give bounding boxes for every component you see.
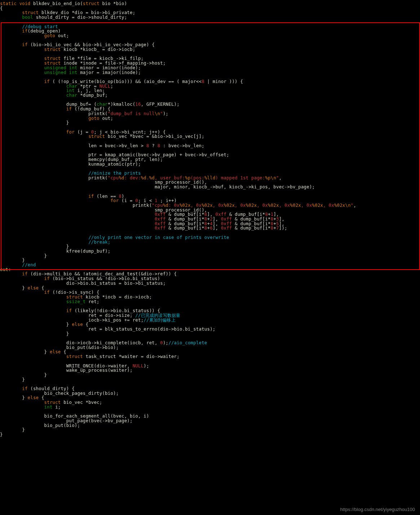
source-code-block: static void blkdev_bio_end_io(struct bio…: [0, 0, 420, 437]
code-line: }: [0, 373, 420, 377]
code-line: }: [0, 121, 420, 125]
code-line: char *dump_buf;: [0, 93, 420, 98]
code-line: }: [0, 377, 420, 382]
watermark-text: https://blog.csdn.net/yiyeguzhou100: [340, 507, 415, 512]
code-line: }: [0, 254, 420, 258]
code-line: int i;: [0, 405, 420, 410]
code-line: //end: [0, 263, 420, 267]
code-line: unsigned int major = imajor(inode);: [0, 70, 420, 75]
code-line: }: [0, 428, 420, 432]
code-line: bio_check_pages_dirty(bio);: [0, 391, 420, 396]
code-line: bool should_dirty = dio->should_dirty;: [0, 15, 420, 20]
code-line: [0, 20, 420, 25]
code-line: ssize_t ret;: [0, 300, 420, 304]
code-line: wake_up_process(waiter);: [0, 368, 420, 373]
code-line: len = bvec->bv_len > 8 ? 8 : bvec->bv_le…: [0, 144, 420, 148]
code-line: }: [0, 258, 420, 263]
code-line: major, minor, kiocb_->buf, kiocb_->ki_po…: [0, 185, 420, 189]
code-line: dio->bio.bi_status = bio->bi_status;: [0, 281, 420, 286]
code-line: }: [0, 432, 420, 437]
code-line: struct bio_vec *bvec = &bio->bi_io_vec[j…: [0, 134, 420, 139]
code-line: struct bio_vec *bvec;: [0, 400, 420, 405]
code-line: struct task_struct *waiter = dio->waiter…: [0, 354, 420, 359]
code-line: //debug start: [0, 25, 420, 29]
code-line: }: [0, 332, 420, 336]
code-line: static void blkdev_bio_end_io(struct bio…: [0, 1, 420, 6]
code-line: 0xff & dump_buf[i*8+6], 0xff & dump_buf[…: [0, 226, 420, 231]
code-line: goto out;: [0, 34, 420, 38]
code-line: struct kiocb *kiocb_ = dio->iocb;: [0, 47, 420, 52]
code-line: bio_put(bio);: [0, 423, 420, 428]
code-line: kunmap_atomic(ptr);: [0, 162, 420, 167]
code-line: kfree(dump_buf);: [0, 249, 420, 254]
